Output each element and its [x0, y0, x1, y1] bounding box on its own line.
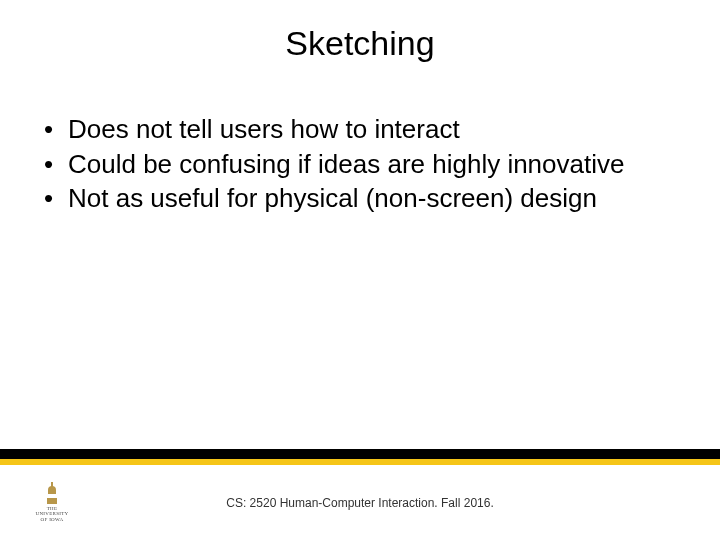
logo-line3: OF IOWA [41, 517, 64, 522]
slide: Sketching Does not tell users how to int… [0, 0, 720, 540]
logo-line2: UNIVERSITY [36, 511, 69, 516]
bullet-item: Not as useful for physical (non-screen) … [40, 182, 680, 215]
slide-title: Sketching [0, 0, 720, 63]
bullet-item: Could be confusing if ideas are highly i… [40, 148, 680, 181]
yellow-bar [0, 459, 720, 465]
bullet-list: Does not tell users how to interact Coul… [40, 113, 680, 215]
slide-content: Does not tell users how to interact Coul… [0, 63, 720, 215]
footer-text: CS: 2520 Human-Computer Interaction. Fal… [0, 496, 720, 510]
bullet-item: Does not tell users how to interact [40, 113, 680, 146]
footer-divider [0, 449, 720, 465]
black-bar [0, 449, 720, 459]
